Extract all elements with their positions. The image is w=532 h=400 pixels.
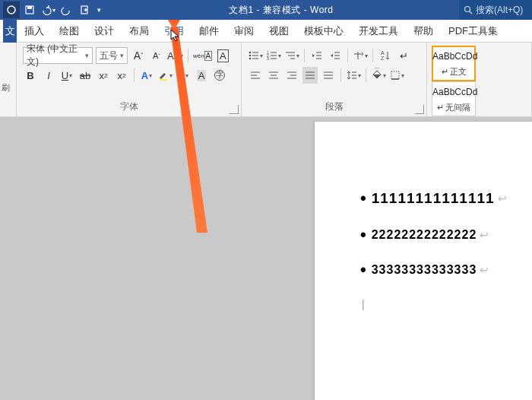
style-sample: AaBbCcDd [432,87,475,97]
align-right-icon[interactable] [284,67,299,84]
text-cursor: | [362,298,532,310]
style-normal[interactable]: AaBbCcDd ↵正文 [432,46,476,81]
borders-icon[interactable]: ▾ [389,67,404,84]
asian-layout-icon[interactable]: ▾ [353,47,368,64]
font-color-icon[interactable]: A▾ [176,67,191,84]
autosave-toggle[interactable] [3,2,20,18]
list-item[interactable]: • 22222222222222 ↩ [360,228,532,242]
font-family-value: 宋体 (中文正文) [27,43,85,68]
decrease-indent-icon[interactable] [309,47,325,64]
list-item[interactable]: • 11111111111111 ↩ [360,190,532,207]
format-painter-label-partial[interactable]: 刷 [2,82,14,94]
line-spacing-icon[interactable]: ▾ [346,67,361,84]
multilevel-list-icon[interactable]: ▾ [284,47,299,64]
svg-rect-50 [391,71,399,79]
paragraph-group: ▾ 123▾ ▾ ▾ AZ ↵ ▾ ▾ ▾ 段落 [242,43,427,116]
character-border-icon[interactable]: A [215,47,230,64]
font-size-value: 五号 [100,49,118,62]
svg-rect-2 [27,6,32,9]
tab-layout[interactable]: 布局 [122,20,157,43]
paragraph-mark-icon: ↩ [480,229,489,241]
svg-point-11 [249,58,251,60]
show-marks-icon[interactable]: ↵ [396,47,411,64]
bold-icon[interactable]: B [23,67,38,84]
svg-rect-6 [160,79,167,81]
doc-name: 文档1 [229,5,253,15]
paragraph-mark-icon: ↩ [480,264,489,276]
list-item[interactable]: • 33333333333333 ↩ [360,263,532,277]
italic-icon[interactable]: I [41,67,56,84]
highlight-icon[interactable]: ▾ [157,67,173,84]
svg-text:A: A [381,50,385,56]
line-text: 22222222222222 [372,228,477,242]
search-icon [464,5,473,14]
underline-icon[interactable]: U▾ [59,67,74,84]
align-left-icon[interactable] [248,67,263,84]
undo-icon[interactable]: ▾ [40,2,56,18]
tab-draw[interactable]: 绘图 [52,20,87,43]
styles-group: AaBbCcDd ↵正文 AaBbCcDd ↵无间隔 [427,43,532,116]
tab-pdf-tools[interactable]: PDF工具集 [441,20,505,43]
svg-point-9 [249,55,251,57]
tab-design[interactable]: 设计 [87,20,122,43]
style-name: 正文 [450,66,467,78]
sort-icon[interactable]: AZ [378,47,393,64]
document-workspace[interactable]: • 11111111111111 ↩ • 22222222222222 ↩ • … [0,117,532,400]
shading-icon[interactable]: ▾ [371,67,386,84]
tab-review[interactable]: 审阅 [226,20,261,43]
align-center-icon[interactable] [266,67,281,84]
compat-mode: 兼容模式 [263,5,301,15]
justify-icon[interactable] [302,67,318,84]
style-name: 无间隔 [445,102,470,113]
svg-point-4 [465,7,470,12]
tab-references[interactable]: 引用 [157,20,192,43]
tab-view[interactable]: 视图 [261,20,296,43]
change-case-icon[interactable]: Aa▾ [167,47,183,64]
page[interactable]: • 11111111111111 ↩ • 22222222222222 ↩ • … [315,122,532,400]
subscript-icon[interactable]: x2 [96,67,111,84]
font-family-combo[interactable]: 宋体 (中文正文)▾ [23,47,93,64]
style-no-spacing[interactable]: AaBbCcDd ↵无间隔 [432,81,476,117]
save-icon[interactable] [21,2,38,18]
tab-templates[interactable]: 模板中心 [296,20,351,43]
font-group-launcher[interactable] [230,105,239,114]
font-group: 宋体 (中文正文)▾ 五号▾ Aˆ Aˇ Aa▾ wénA A B I U▾ a… [17,43,242,116]
tab-file[interactable]: 文 [3,20,17,43]
clipboard-group-partial: 刷 [0,43,17,116]
tab-insert[interactable]: 插入 [17,20,52,43]
search-placeholder: 搜索(Alt+Q) [476,4,523,17]
paragraph-group-label: 段落 [242,100,426,113]
numbering-icon[interactable]: 123▾ [266,47,281,64]
strikethrough-icon[interactable]: ab [78,67,93,84]
svg-point-7 [249,52,251,54]
superscript-icon[interactable]: x2 [114,67,129,84]
text-effects-icon[interactable]: A▾ [139,67,154,84]
qat-more-icon[interactable]: ▾ [94,2,103,18]
export-icon[interactable] [76,2,93,18]
shrink-font-icon[interactable]: Aˇ [149,47,164,64]
search-box[interactable]: 搜索(Alt+Q) [459,0,532,20]
redo-icon[interactable] [58,2,74,18]
svg-text:3: 3 [267,56,269,60]
paragraph-group-launcher[interactable] [415,105,424,114]
ribbon: 刷 宋体 (中文正文)▾ 五号▾ Aˆ Aˇ Aa▾ wénA A B I U▾… [0,43,532,117]
distributed-icon[interactable] [321,67,336,84]
increase-indent-icon[interactable] [328,47,343,64]
style-sample: AaBbCcDd [432,51,475,62]
phonetic-guide-icon[interactable]: wénA [193,47,212,64]
title-bar: ▾ ▾ 文档1 - 兼容模式 - Word 搜索(Alt+Q) [0,0,532,20]
font-size-combo[interactable]: 五号▾ [96,47,128,64]
tab-developer[interactable]: 开发工具 [351,20,406,43]
svg-line-5 [470,11,472,14]
enclose-characters-icon[interactable]: 字 [212,67,227,84]
quick-access-toolbar: ▾ ▾ [0,2,103,18]
bullets-icon[interactable]: ▾ [248,47,263,64]
paragraph-mark-icon: ↩ [498,192,508,205]
line-text: 33333333333333 [372,263,477,277]
grow-font-icon[interactable]: Aˆ [131,47,146,64]
character-shading-icon[interactable]: A [194,67,209,84]
line-text: 11111111111111 [372,190,495,207]
tab-mailings[interactable]: 邮件 [192,20,226,43]
tab-help[interactable]: 帮助 [406,20,441,43]
app-name: Word [310,5,333,15]
